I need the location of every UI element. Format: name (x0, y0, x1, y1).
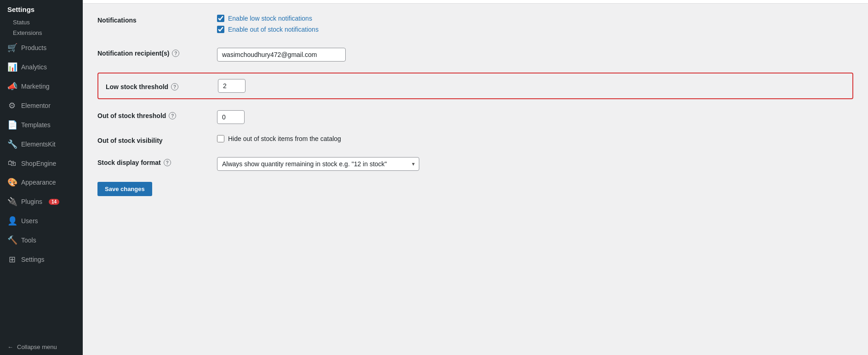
sidebar-item-plugins[interactable]: 🔌 Plugins 14 (0, 192, 83, 211)
sidebar-item-label: Users (21, 217, 38, 225)
low-stock-notification-label: Enable low stock notifications (228, 15, 312, 22)
display-format-select[interactable]: Always show quantity remaining in stock … (217, 157, 419, 171)
collapse-label: Collapse menu (17, 344, 57, 350)
marketing-icon: 📣 (7, 81, 17, 91)
low-stock-label: Low stock threshold ? (106, 81, 218, 90)
out-of-stock-help-icon[interactable]: ? (169, 112, 176, 119)
sidebar-item-templates[interactable]: 📄 Templates (0, 115, 83, 135)
sidebar-item-users[interactable]: 👤 Users (0, 211, 83, 231)
out-of-stock-notification-row: Enable out of stock notifications (217, 26, 853, 33)
products-icon: 🛒 (7, 43, 17, 53)
enable-low-stock-checkbox[interactable] (217, 15, 224, 22)
analytics-icon: 📊 (7, 62, 17, 72)
sidebar-item-settings[interactable]: ⊞ Settings (0, 250, 83, 269)
enable-out-of-stock-checkbox[interactable] (217, 26, 224, 33)
users-icon: 👤 (7, 216, 17, 226)
collapse-icon: ← (7, 344, 13, 350)
save-row: Save changes (97, 182, 853, 196)
sidebar: Settings Status Extensions 🛒 Products 📊 … (0, 0, 83, 355)
recipient-label: Notification recipient(s) ? (97, 48, 217, 57)
sidebar-item-label: Analytics (21, 63, 47, 71)
elementskit-icon: 🔧 (7, 139, 17, 149)
notifications-control: Enable low stock notifications Enable ou… (217, 15, 853, 37)
low-stock-help-icon[interactable]: ? (171, 83, 178, 90)
notifications-label: Notifications (97, 15, 217, 24)
sidebar-item-label: Plugins (21, 198, 42, 205)
visibility-row: Out of stock visibility Hide out of stoc… (97, 135, 853, 146)
sidebar-item-label: Marketing (21, 83, 49, 90)
sidebar-item-elementor[interactable]: ⚙ Elementor (0, 96, 83, 115)
display-format-control: Always show quantity remaining in stock … (217, 157, 853, 171)
out-of-stock-threshold-row: Out of stock threshold ? (97, 110, 853, 124)
sidebar-item-shopengine[interactable]: 🛍 ShopEngine (0, 154, 83, 173)
sidebar-item-elementskit[interactable]: 🔧 ElementsKit (0, 135, 83, 154)
sidebar-sub-item-status[interactable]: Status (0, 17, 83, 28)
out-of-stock-threshold-label: Out of stock threshold ? (97, 110, 217, 119)
low-stock-threshold-row: Low stock threshold ? (97, 73, 853, 99)
appearance-icon: 🎨 (7, 177, 17, 187)
low-stock-input[interactable] (218, 79, 246, 93)
sidebar-item-label: Elementor (21, 102, 51, 109)
low-stock-control (218, 79, 845, 93)
sidebar-item-label: ElementsKit (21, 141, 56, 148)
recipient-row: Notification recipient(s) ? (97, 48, 853, 62)
visibility-control: Hide out of stock items from the catalog (217, 135, 853, 146)
display-format-help-icon[interactable]: ? (164, 159, 171, 166)
sidebar-item-label: Appearance (21, 179, 56, 186)
low-stock-notification-row: Enable low stock notifications (217, 15, 853, 22)
sidebar-item-label: Settings (21, 256, 45, 263)
display-format-select-wrapper: Always show quantity remaining in stock … (217, 157, 419, 171)
hide-out-of-stock-label: Hide out of stock items from the catalog (228, 135, 341, 142)
out-of-stock-input[interactable] (217, 110, 245, 124)
sidebar-item-analytics[interactable]: 📊 Analytics (0, 57, 83, 77)
sidebar-item-label: Templates (21, 121, 51, 129)
out-of-stock-notification-label: Enable out of stock notifications (228, 26, 319, 33)
recipient-help-icon[interactable]: ? (172, 50, 179, 57)
out-of-stock-threshold-control (217, 110, 853, 124)
sidebar-item-products[interactable]: 🛒 Products (0, 38, 83, 57)
plugins-badge: 14 (49, 199, 59, 205)
recipient-control (217, 48, 853, 62)
tools-icon: 🔨 (7, 235, 17, 245)
sidebar-item-label: Products (21, 44, 46, 51)
notifications-row: Notifications Enable low stock notificat… (97, 15, 853, 37)
sidebar-item-marketing[interactable]: 📣 Marketing (0, 77, 83, 96)
save-button[interactable]: Save changes (97, 182, 152, 196)
sidebar-sub-item-extensions[interactable]: Extensions (0, 28, 83, 38)
sidebar-item-tools[interactable]: 🔨 Tools (0, 231, 83, 250)
main-content: Notifications Enable low stock notificat… (83, 0, 868, 355)
sidebar-item-appearance[interactable]: 🎨 Appearance (0, 173, 83, 192)
plugins-icon: 🔌 (7, 197, 17, 207)
hide-out-of-stock-row: Hide out of stock items from the catalog (217, 135, 853, 142)
shopengine-icon: 🛍 (7, 158, 17, 168)
sidebar-item-label: ShopEngine (21, 160, 56, 167)
sidebar-item-label: Tools (21, 237, 36, 244)
top-bar (83, 0, 868, 4)
elementor-icon: ⚙ (7, 101, 17, 111)
visibility-label: Out of stock visibility (97, 135, 217, 144)
content-area: Notifications Enable low stock notificat… (83, 4, 868, 355)
display-format-row: Stock display format ? Always show quant… (97, 157, 853, 171)
sidebar-header: Settings (0, 0, 83, 17)
display-format-label: Stock display format ? (97, 157, 217, 166)
settings-icon: ⊞ (7, 254, 17, 265)
hide-out-of-stock-checkbox[interactable] (217, 135, 224, 142)
collapse-menu[interactable]: ← Collapse menu (0, 339, 83, 355)
templates-icon: 📄 (7, 120, 17, 130)
recipient-input[interactable] (217, 48, 346, 62)
